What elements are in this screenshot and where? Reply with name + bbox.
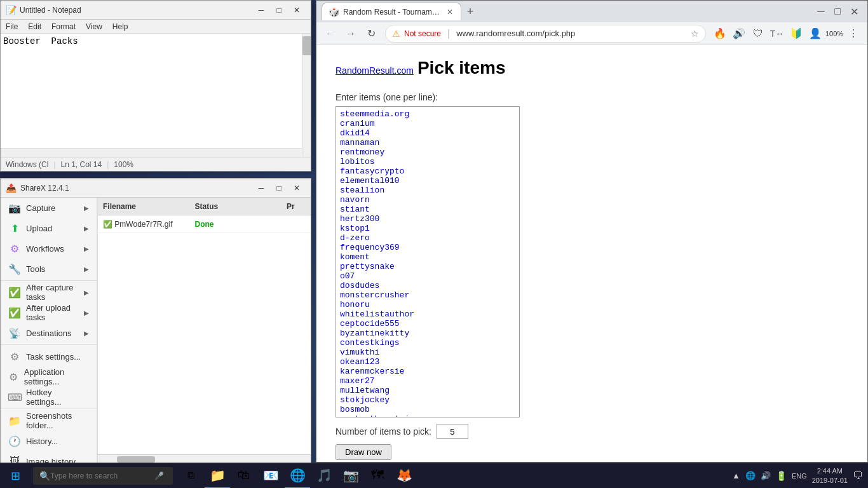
draw-button-container: Draw now bbox=[336, 444, 848, 460]
sharex-after-upload-menu[interactable]: ✅ After upload tasks ▶ bbox=[1, 302, 97, 323]
taskbar-search-box[interactable]: 🔍 🎤 bbox=[33, 467, 173, 485]
sharex-after-capture-menu[interactable]: ✅ After capture tasks ▶ bbox=[1, 282, 97, 302]
ext-icon-shield2[interactable]: 🔰 bbox=[787, 25, 805, 43]
microphone-icon[interactable]: 🎤 bbox=[154, 471, 164, 480]
pick-label: Number of items to pick: bbox=[336, 426, 431, 437]
browser-maximize-button[interactable]: □ bbox=[829, 3, 846, 20]
separator-3 bbox=[1, 409, 97, 409]
notepad-scroll-thumb bbox=[302, 36, 311, 55]
notepad-edit-menu[interactable]: Edit bbox=[23, 20, 46, 34]
sharex-screenshots-folder-menu[interactable]: 📁 Screenshots folder... bbox=[1, 410, 97, 431]
browser-menu-button[interactable]: ⋮ bbox=[844, 25, 862, 43]
ext-icon-1[interactable]: 🔥 bbox=[711, 25, 729, 43]
ext-icon-2[interactable]: 🔊 bbox=[730, 25, 748, 43]
notepad-status-zoom: 100% bbox=[114, 160, 133, 169]
hotkey-settings-label: Hotkey settings... bbox=[26, 388, 89, 407]
app-settings-label: Application settings... bbox=[24, 367, 89, 386]
items-textarea[interactable]: steemmedia.org cranium dkid14 mannaman r… bbox=[336, 106, 520, 417]
battery-icon[interactable]: 🔋 bbox=[776, 471, 787, 481]
destinations-icon: 📡 bbox=[8, 327, 21, 339]
sharex-app-settings-menu[interactable]: ⚙ Application settings... bbox=[1, 367, 97, 387]
after-upload-arrow: ▶ bbox=[84, 309, 89, 316]
notepad-statusbar: Windows (Cl | Ln 1, Col 14 | 100% bbox=[1, 157, 311, 171]
tools-label: Tools bbox=[26, 264, 45, 274]
sharex-window-controls: ─ □ ✕ bbox=[252, 179, 306, 198]
taskbar-search-input[interactable] bbox=[50, 471, 152, 480]
workflows-label: Workflows bbox=[26, 244, 64, 254]
tools-arrow: ▶ bbox=[84, 266, 89, 273]
taskbar-app-mail[interactable]: 📧 bbox=[258, 463, 283, 489]
browser-refresh-button[interactable]: ↻ bbox=[362, 25, 380, 43]
bookmark-icon[interactable]: ☆ bbox=[691, 29, 699, 39]
start-button[interactable]: ⊞ bbox=[0, 463, 31, 489]
taskbar-app-file-explorer[interactable]: 📁 bbox=[205, 463, 230, 489]
new-tab-button[interactable]: + bbox=[461, 3, 479, 20]
destinations-arrow: ▶ bbox=[84, 330, 89, 337]
sharex-close-button[interactable]: ✕ bbox=[288, 179, 306, 198]
ext-icon-translate[interactable]: T↔ bbox=[768, 25, 786, 43]
files-hscrollbar[interactable] bbox=[98, 454, 311, 463]
sharex-history-menu[interactable]: 🕐 History... bbox=[1, 431, 97, 451]
workflows-icon: ⚙ bbox=[8, 242, 21, 255]
browser-minimize-button[interactable]: ─ bbox=[813, 3, 829, 20]
taskbar-app-firefox[interactable]: 🦊 bbox=[391, 463, 417, 489]
taskbar-app-music[interactable]: 🎵 bbox=[311, 463, 337, 489]
browser-address-bar[interactable]: ⚠ Not secure | www.randomresult.com/pick… bbox=[385, 25, 706, 43]
browser-back-button[interactable]: ← bbox=[322, 25, 339, 43]
sharex-hotkey-settings-menu[interactable]: ⌨ Hotkey settings... bbox=[1, 387, 97, 407]
source-link[interactable]: RandomResult.com bbox=[336, 65, 414, 76]
ext-icon-shield[interactable]: 🛡 bbox=[749, 25, 767, 43]
sharex-capture-menu[interactable]: 📷 Capture ▶ bbox=[1, 198, 97, 218]
pick-number-input[interactable] bbox=[437, 424, 468, 439]
files-scroll-thumb bbox=[117, 456, 155, 463]
url-text[interactable]: www.randomresult.com/pick.php bbox=[456, 29, 687, 38]
notepad-close-button[interactable]: ✕ bbox=[288, 1, 306, 20]
notepad-format-menu[interactable]: Format bbox=[46, 20, 81, 34]
notepad-minimize-button[interactable]: ─ bbox=[252, 1, 270, 20]
sharex-tools-menu[interactable]: 🔧 Tools ▶ bbox=[1, 259, 97, 279]
taskbar-datetime[interactable]: 2:44 AM 2019-07-01 bbox=[812, 466, 848, 485]
taskbar-app-icons: ⧉ 📁 🛍 📧 🌐 🎵 📷 🗺 🦊 bbox=[178, 463, 417, 489]
file-filename: ✅ PmWode7r7R.gif bbox=[103, 220, 195, 229]
sharex-maximize-button[interactable]: □ bbox=[270, 179, 288, 198]
notepad-file-menu[interactable]: File bbox=[1, 20, 23, 34]
sharex-image-history-menu[interactable]: 🖼 Image history... bbox=[1, 451, 97, 463]
notepad-view-menu[interactable]: View bbox=[81, 20, 107, 34]
draw-now-button[interactable]: Draw now bbox=[336, 444, 391, 460]
file-done-icon: ✅ bbox=[103, 220, 112, 229]
taskbar-date-display: 2019-07-01 bbox=[812, 476, 848, 485]
taskbar-app-task-view[interactable]: ⧉ bbox=[178, 463, 203, 489]
notepad-scrollbar[interactable] bbox=[302, 34, 311, 157]
taskbar-app-store[interactable]: 🛍 bbox=[231, 463, 257, 489]
tools-icon: 🔧 bbox=[8, 262, 21, 275]
sharex-workflows-menu[interactable]: ⚙ Workflows ▶ bbox=[1, 238, 97, 259]
search-icon: 🔍 bbox=[39, 471, 50, 481]
sharex-task-settings-menu[interactable]: ⚙ Task settings... bbox=[1, 346, 97, 367]
tab-close-button[interactable]: ✕ bbox=[445, 6, 454, 18]
browser-close-button[interactable]: ✕ bbox=[846, 3, 862, 20]
task-settings-icon: ⚙ bbox=[8, 350, 21, 363]
sharex-destinations-menu[interactable]: 📡 Destinations ▶ bbox=[1, 323, 97, 343]
upload-label: Upload bbox=[26, 224, 52, 233]
taskbar-app-camera[interactable]: 📷 bbox=[338, 463, 363, 489]
file-explorer-icon: 📁 bbox=[210, 468, 226, 483]
network-icon[interactable]: 🌐 bbox=[745, 471, 756, 480]
notepad-hscrollbar[interactable] bbox=[1, 148, 302, 157]
sharex-minimize-button[interactable]: ─ bbox=[252, 179, 270, 198]
browser-window: 🎲 Random Result - Tournament dra... ✕ + … bbox=[316, 0, 868, 463]
browser-forward-button[interactable]: → bbox=[342, 25, 360, 43]
taskbar-app-maps[interactable]: 🗺 bbox=[365, 463, 390, 489]
notification-button[interactable]: 🗨 bbox=[853, 470, 863, 482]
browser-tab-active[interactable]: 🎲 Random Result - Tournament dra... ✕ bbox=[322, 3, 461, 20]
notepad-help-menu[interactable]: Help bbox=[107, 20, 133, 34]
capture-icon: 📷 bbox=[8, 201, 21, 214]
taskbar-app-chrome[interactable]: 🌐 bbox=[285, 463, 310, 489]
system-tray-chevron[interactable]: ▲ bbox=[732, 471, 740, 480]
notepad-text-area[interactable]: Booster Packs bbox=[1, 34, 311, 157]
sharex-upload-menu[interactable]: ⬆ Upload ▶ bbox=[1, 218, 97, 238]
volume-icon[interactable]: 🔊 bbox=[761, 471, 771, 480]
not-secure-label: Not secure bbox=[404, 29, 441, 38]
notepad-maximize-button[interactable]: □ bbox=[270, 1, 288, 20]
files-header: Filename Status Pr bbox=[98, 198, 311, 215]
ext-icon-user[interactable]: 👤 bbox=[806, 25, 824, 43]
